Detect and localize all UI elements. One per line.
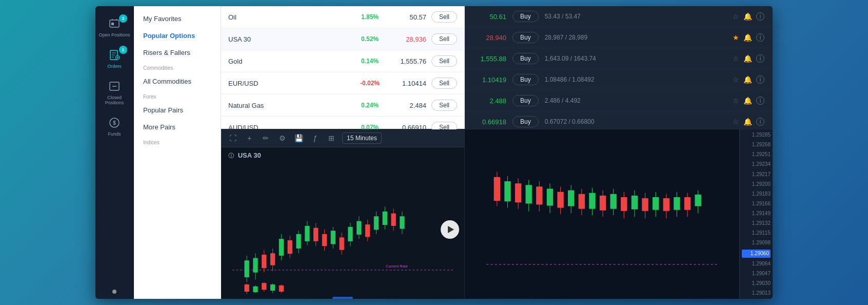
trading-panel: 50.61 Buy 53.43 / 53.47 ☆ 🔔 i 28,940 Buy… xyxy=(465,6,773,129)
svg-rect-16 xyxy=(270,253,275,265)
menu-item-more-pairs[interactable]: More Pairs xyxy=(134,119,221,136)
info-icon-usa30[interactable]: i xyxy=(756,33,764,42)
sell-button-gold[interactable]: Sell xyxy=(431,55,457,67)
candle-tool[interactable]: ⊞ xyxy=(326,132,337,144)
sidebar-item-funds[interactable]: $ Funds xyxy=(95,110,133,142)
svg-rect-79 xyxy=(600,196,606,211)
svg-rect-10 xyxy=(244,260,249,277)
svg-rect-1 xyxy=(111,23,114,25)
info-icon-eurusd[interactable]: i xyxy=(756,75,764,84)
market-row-oil[interactable]: Oil 1.85% 50.57 Sell xyxy=(221,6,464,28)
sell-button-usa30[interactable]: Sell xyxy=(431,33,457,45)
svg-rect-85 xyxy=(632,196,638,209)
star-icon-eurusd[interactable]: ☆ xyxy=(733,75,739,84)
price-level-3: 1.29251 xyxy=(742,151,771,158)
expand-tool[interactable]: ⛶ xyxy=(227,132,239,144)
svg-rect-42 xyxy=(383,212,387,225)
bell-icon-naturalgas[interactable]: 🔔 xyxy=(743,97,752,105)
play-button[interactable] xyxy=(441,220,459,239)
chart-toolbar: ⛶ + ✏ ⚙ 💾 ƒ ⊞ 15 Minutes xyxy=(221,129,464,147)
star-icon-usa30[interactable]: ★ xyxy=(733,33,739,42)
star-icon-naturalgas[interactable]: ☆ xyxy=(733,97,739,105)
save-tool[interactable]: 💾 xyxy=(293,132,304,144)
menu-item-popular-pairs[interactable]: Popular Pairs xyxy=(134,102,221,119)
bell-icon-eurusd[interactable]: 🔔 xyxy=(743,75,752,84)
price-level-11: 1.29115 xyxy=(742,230,771,237)
menu-item-popular-options[interactable]: Popular Options xyxy=(134,27,221,44)
svg-rect-75 xyxy=(579,194,585,209)
info-icon-naturalgas[interactable]: i xyxy=(756,97,764,105)
buy-button-gold[interactable]: Buy xyxy=(512,53,539,64)
info-icon-oil[interactable]: i xyxy=(756,12,764,21)
market-row-gold[interactable]: Gold 0.14% 1,555.76 Sell xyxy=(221,50,464,72)
bell-icon-oil[interactable]: 🔔 xyxy=(743,12,752,21)
trading-icons-oil: ☆ 🔔 i xyxy=(733,12,764,21)
svg-rect-30 xyxy=(331,231,336,244)
price-level-1: 1.29285 xyxy=(742,131,771,139)
trading-row-eurusd: 1.10419 Buy 1.08486 / 1.08492 ☆ 🔔 i xyxy=(465,69,773,90)
sidebar-item-label: Closed Positions xyxy=(98,95,131,105)
market-row-naturalgas[interactable]: Natural Gas 0.24% 2.484 Sell xyxy=(221,94,464,117)
sidebar-item-orders[interactable]: 1 Orders xyxy=(95,43,133,74)
menu-item-my-favorites[interactable]: My Favorites xyxy=(134,10,221,27)
sidebar-item-closed-positions[interactable]: Closed Positions xyxy=(95,74,133,110)
formula-tool[interactable]: ƒ xyxy=(309,132,321,144)
market-row-eurusd[interactable]: EUR/USD -0.02% 1.10414 Sell xyxy=(221,72,464,94)
crosshair-tool[interactable]: + xyxy=(244,132,255,144)
trading-row-gold: 1,555.88 Buy 1,643.09 / 1643.74 ☆ 🔔 i xyxy=(465,48,773,69)
bell-icon-usa30[interactable]: 🔔 xyxy=(743,33,752,42)
status-dot xyxy=(112,290,116,294)
svg-rect-26 xyxy=(313,228,318,241)
buy-button-audusd[interactable]: Buy xyxy=(512,116,539,127)
timeframe-selector[interactable]: 15 Minutes xyxy=(342,132,382,144)
sell-button-eurusd[interactable]: Sell xyxy=(431,78,457,89)
sidebar-item-open-positions[interactable]: 3 Open Positions xyxy=(95,11,133,43)
bell-icon-audusd[interactable]: 🔔 xyxy=(743,118,752,126)
buy-button-usa30[interactable]: Buy xyxy=(512,32,539,43)
star-icon-gold[interactable]: ☆ xyxy=(733,54,739,63)
bell-icon-gold[interactable]: 🔔 xyxy=(743,54,752,63)
svg-rect-46 xyxy=(400,216,404,228)
price-level-9: 1.29149 xyxy=(742,210,771,217)
settings-tool[interactable]: ⚙ xyxy=(277,132,288,144)
svg-rect-77 xyxy=(589,193,595,209)
menu-item-risers-fallers[interactable]: Risers & Fallers xyxy=(134,44,221,61)
chart-section: ⛶ + ✏ ⚙ 💾 ƒ ⊞ 15 Minutes ⓘ USA 30 xyxy=(221,129,773,299)
svg-rect-93 xyxy=(674,197,680,210)
sell-button-naturalgas[interactable]: Sell xyxy=(431,100,457,111)
info-icon-gold[interactable]: i xyxy=(756,54,764,63)
funds-icon: $ xyxy=(107,116,122,130)
svg-text:$: $ xyxy=(113,120,116,126)
svg-rect-12 xyxy=(253,258,258,273)
svg-rect-63 xyxy=(515,183,521,202)
svg-rect-71 xyxy=(557,192,563,208)
buy-button-oil[interactable]: Buy xyxy=(512,11,539,22)
svg-rect-97 xyxy=(695,195,701,206)
menu-item-all-commodities[interactable]: All Commodities xyxy=(134,73,221,90)
orders-badge: 1 xyxy=(119,46,127,54)
menu-section-forex: Forex xyxy=(134,90,221,102)
trading-icons-gold: ☆ 🔔 i xyxy=(733,54,764,63)
sell-button-oil[interactable]: Sell xyxy=(431,11,457,23)
info-icon-audusd[interactable]: i xyxy=(756,118,764,126)
svg-rect-22 xyxy=(296,234,301,249)
svg-rect-65 xyxy=(526,185,532,203)
price-level-6: 1.29200 xyxy=(742,181,771,188)
svg-rect-50 xyxy=(253,287,258,292)
trading-row-naturalgas: 2.488 Buy 2.486 / 4.492 ☆ 🔔 i xyxy=(465,90,773,111)
trading-icons-eurusd: ☆ 🔔 i xyxy=(733,75,764,84)
buy-button-eurusd[interactable]: Buy xyxy=(512,74,539,85)
trading-row-oil: 50.61 Buy 53.43 / 53.47 ☆ 🔔 i xyxy=(465,6,773,27)
sidebar-item-label: Open Positions xyxy=(98,32,130,37)
star-icon-audusd[interactable]: ☆ xyxy=(733,118,739,126)
buy-button-naturalgas[interactable]: Buy xyxy=(512,95,539,106)
app-container: 3 Open Positions 1 Orders xyxy=(95,6,773,299)
menu-section-commodities: Commodities xyxy=(134,61,221,73)
closed-positions-icon xyxy=(107,79,122,93)
star-icon-oil[interactable]: ☆ xyxy=(733,12,739,21)
price-level-4: 1.29234 xyxy=(742,161,771,168)
market-row-usa30[interactable]: USA 30 0.52% 28,936 Sell xyxy=(221,28,464,50)
svg-rect-24 xyxy=(305,226,309,241)
draw-tool[interactable]: ✏ xyxy=(260,132,271,144)
open-positions-badge: 3 xyxy=(119,14,127,23)
